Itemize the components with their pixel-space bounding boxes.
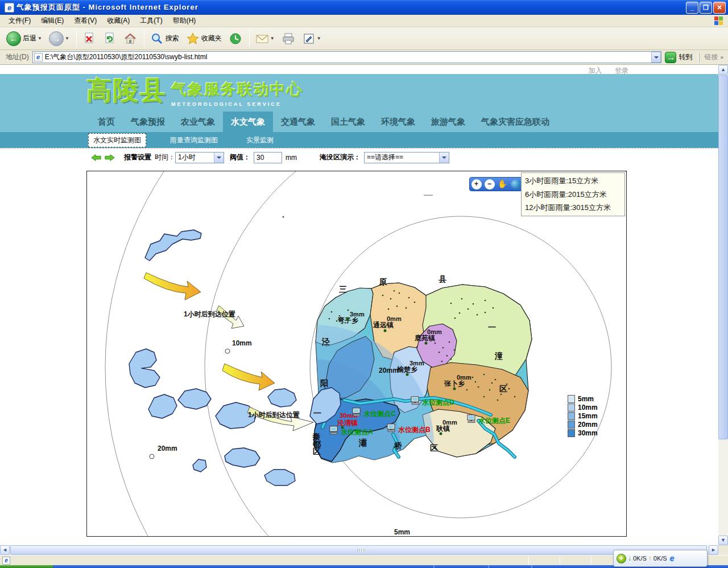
threshold-input[interactable]: 30	[254, 152, 282, 163]
back-button[interactable]: ← 后退▼	[3, 30, 45, 48]
browser-toolbar: ← 后退▼ →▼	[0, 27, 728, 50]
globe-icon[interactable]	[511, 179, 521, 190]
toolbar-separator	[76, 30, 77, 47]
scroll-up-button[interactable]: ▲	[718, 65, 728, 75]
home-button[interactable]	[121, 30, 140, 47]
scroll-down-button[interactable]: ▼	[718, 536, 728, 545]
vertical-scroll-thumb[interactable]	[718, 75, 728, 439]
stop-icon	[82, 32, 96, 46]
menu-favorites[interactable]: 收藏(A)	[102, 15, 135, 27]
nav-tab-6[interactable]: 环境气象	[373, 112, 423, 132]
legend-label: 15mm	[578, 412, 598, 420]
menu-tools[interactable]: 工具(T)	[135, 15, 167, 27]
refresh-icon	[103, 32, 117, 46]
nav-tab-1[interactable]: 气象预报	[123, 112, 173, 132]
menu-edit[interactable]: 编辑(E)	[36, 15, 69, 27]
vertical-scrollbar[interactable]: ▲ ▼	[718, 65, 728, 545]
map-district-label: 区	[430, 443, 438, 452]
legend-swatch	[568, 395, 575, 403]
zoom-out-icon[interactable]: −	[485, 179, 495, 190]
station-computer-icon[interactable]	[330, 426, 337, 434]
time-select-arrow[interactable]	[214, 153, 224, 163]
favorites-button[interactable]: 收藏夹	[183, 30, 225, 47]
go-arrow-icon: →	[665, 52, 676, 63]
station-computer-icon[interactable]	[387, 424, 395, 432]
links-label[interactable]: 链接	[704, 52, 718, 62]
network-speed-widget[interactable]: + ↓ 0K/S ↑ 0K/S e	[613, 550, 708, 567]
town-label: 张卜乡	[444, 380, 465, 388]
nav-tab-0[interactable]: 首页	[90, 112, 123, 132]
map-district-label: 区	[313, 447, 321, 456]
flood-select-arrow[interactable]	[439, 153, 449, 163]
nav-tab-8[interactable]: 气象灾害应急联动	[473, 112, 557, 132]
scroll-right-button[interactable]: ►	[709, 545, 718, 555]
go-button[interactable]: → 转到	[665, 52, 692, 63]
next-arrow-icon[interactable]	[105, 154, 115, 162]
station-computer-icon[interactable]	[468, 415, 475, 423]
station-label[interactable]: 水位测点C	[363, 410, 396, 418]
ring-value-label: 10mm	[232, 339, 252, 347]
stop-button[interactable]	[80, 30, 99, 47]
search-button[interactable]: 搜索	[147, 30, 182, 47]
time-select[interactable]: 1小时	[175, 152, 224, 163]
prev-arrow-icon[interactable]	[91, 154, 101, 162]
zoom-in-icon[interactable]: +	[471, 179, 482, 190]
site-logo: 高陵县 气象服务联动中心 METEOROLOGICAL SERVICE	[86, 74, 718, 107]
login-link[interactable]: 登录	[615, 67, 628, 75]
start-button-edge[interactable]	[0, 565, 53, 568]
back-icon: ←	[6, 31, 21, 46]
station-label[interactable]: 水位测点B	[398, 426, 431, 434]
rainfall-info-box: 3小时面雨量:15立方米 6小时面雨量:2015立方米 12小时面雨量:3015…	[521, 172, 625, 216]
legend-label: 20mm	[578, 421, 598, 429]
map-district-label: 灞	[358, 438, 367, 447]
restore-button[interactable]: ❐	[700, 2, 712, 14]
menu-file[interactable]: 文件(F)	[3, 15, 36, 27]
subnav-tab-0[interactable]: 水文实时监测图	[88, 133, 146, 147]
map-district-label: 阳	[320, 378, 328, 388]
legend-item: 30mm	[568, 429, 598, 437]
links-chevron-icon[interactable]: »	[720, 54, 723, 60]
town-rainfall-value: 0mm	[387, 315, 402, 322]
map-canvas[interactable]: 三原县泾阳一一潼区秦都区灞桥区10mm20mm20mm5mm弯子乡3mm通远镇0…	[87, 171, 626, 536]
town-label: 通远镇	[373, 321, 394, 329]
address-input[interactable]: e E:\气象台\原型20110530\原型20110530\swyb-list…	[32, 51, 662, 63]
edit-button[interactable]: ▼	[299, 30, 324, 47]
station-computer-icon[interactable]	[411, 397, 419, 405]
subnav-tab-2[interactable]: 实景监测	[242, 134, 278, 147]
favorites-star-icon	[186, 32, 200, 46]
minimize-button[interactable]: _	[686, 2, 698, 14]
close-button[interactable]: ✕	[713, 2, 726, 14]
station-label[interactable]: 水位测点D	[421, 398, 454, 406]
flood-select[interactable]: ==请选择==	[364, 152, 449, 163]
scroll-left-button[interactable]: ◄	[0, 545, 10, 555]
arrival-position-label: 1小时后到达位置	[184, 310, 235, 318]
nav-tab-7[interactable]: 旅游气象	[423, 112, 473, 132]
history-button[interactable]	[226, 30, 245, 47]
address-dropdown[interactable]	[651, 52, 661, 63]
refresh-button[interactable]	[100, 30, 119, 47]
subnav-tab-1[interactable]: 雨量查询监测图	[166, 134, 222, 147]
menu-help[interactable]: 帮助(H)	[168, 15, 201, 27]
nav-tab-5[interactable]: 国土气象	[323, 112, 373, 132]
mail-button[interactable]: ▼	[253, 30, 278, 47]
forward-button[interactable]: →▼	[46, 30, 72, 48]
arrival-position-label: 1小时后到达位置	[248, 411, 300, 419]
station-computer-icon[interactable]	[353, 408, 360, 416]
print-button[interactable]	[279, 30, 298, 47]
nav-tab-4[interactable]: 交通气象	[273, 112, 323, 132]
download-speed: 0K/S	[633, 555, 647, 562]
join-link[interactable]: 加入	[589, 67, 602, 75]
monitoring-map[interactable]: 三原县泾阳一一潼区秦都区灞桥区10mm20mm20mm5mm弯子乡3mm通远镇0…	[86, 171, 627, 537]
title-bar: e 气象预报页面原型 - Microsoft Internet Explorer…	[0, 0, 728, 15]
time-label: 时间：	[155, 153, 175, 162]
legend-item: 20mm	[568, 420, 598, 429]
nav-tab-2[interactable]: 农业气象	[173, 112, 223, 132]
pan-hand-icon[interactable]: ✋	[498, 179, 508, 190]
menu-view[interactable]: 查看(V)	[69, 15, 102, 27]
horizontal-scroll-thumb[interactable]	[10, 545, 707, 555]
station-label[interactable]: 水位测点A	[340, 428, 373, 436]
station-label[interactable]: 水位测点E	[478, 417, 510, 425]
rainfall-12h: 12小时面雨量:3015立方米	[525, 203, 621, 213]
nav-tab-3[interactable]: 水文气象	[223, 112, 273, 132]
legend-item: 5mm	[568, 394, 598, 403]
